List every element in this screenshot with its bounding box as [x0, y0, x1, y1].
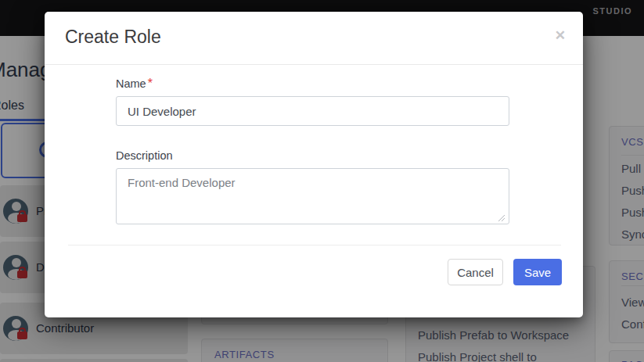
required-asterisk: *: [148, 77, 153, 90]
app-window: STUDIO Manage Roles Pr De Contributor AR…: [0, 0, 644, 362]
name-label: Name: [116, 77, 146, 90]
cancel-button[interactable]: Cancel: [448, 259, 503, 285]
description-label: Description: [116, 149, 173, 162]
close-icon[interactable]: ✕: [555, 29, 566, 42]
dialog-header: Create Role ✕: [45, 12, 583, 65]
dialog-title: Create Role: [65, 27, 161, 48]
footer-divider: [68, 245, 561, 246]
description-field-label-row: Description: [116, 149, 173, 163]
name-field-label-row: Name*: [116, 77, 153, 91]
save-button[interactable]: Save: [513, 259, 562, 285]
description-textarea[interactable]: Front-end Developer: [116, 168, 509, 224]
name-input[interactable]: [116, 96, 509, 126]
create-role-dialog: Create Role ✕ Name* Description Front-en…: [45, 12, 583, 317]
